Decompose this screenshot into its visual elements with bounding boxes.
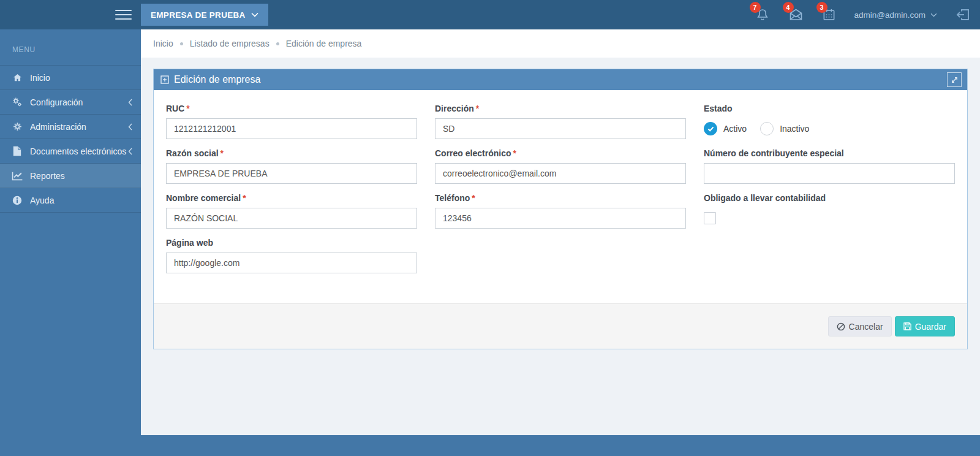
field-numero-contribuyente: Número de contribuyente especial [704, 148, 955, 184]
sidebar-item-documentos-electronicos[interactable]: Documentos electrónicos [0, 139, 141, 164]
razon-social-input[interactable] [166, 163, 417, 184]
chevron-left-icon [128, 99, 132, 106]
sidebar-menu: Inicio Configuración [0, 65, 141, 213]
radio-activo[interactable] [704, 122, 717, 135]
field-nombre-comercial: Nombre comercial* [166, 193, 417, 229]
field-direccion: Dirección* [435, 104, 686, 139]
ban-icon [837, 322, 845, 331]
numero-contribuyente-label: Número de contribuyente especial [704, 148, 844, 158]
telefono-input[interactable] [435, 208, 686, 229]
sidebar-item-ayuda[interactable]: Ayuda [0, 188, 141, 213]
notifications-menu[interactable]: 7 [755, 7, 770, 22]
radio-inactivo-label: Inactivo [780, 124, 809, 134]
sidebar-item-reportes[interactable]: Reportes [0, 164, 141, 188]
gears-icon [11, 97, 23, 107]
sidebar-item-administracion[interactable]: Administración [0, 115, 141, 139]
required-marker: * [243, 193, 246, 203]
field-telefono: Teléfono* [435, 193, 686, 229]
sidebar-item-label: Administración [30, 122, 86, 132]
pagina-web-label: Página web [166, 238, 213, 248]
breadcrumb: Inicio Listado de empresas Edición de em… [141, 29, 980, 58]
razon-social-label: Razón social [166, 148, 219, 158]
correo-electronico-label: Correo electrónico [435, 148, 511, 158]
sidebar: MENU Inicio Configuración [0, 29, 141, 456]
sidebar-menu-header: MENU [0, 29, 141, 65]
user-email: admin@admin.com [854, 10, 926, 20]
obligado-contabilidad-checkbox[interactable] [704, 212, 716, 224]
field-correo-electronico: Correo electrónico* [435, 148, 686, 184]
sidebar-item-configuracion[interactable]: Configuración [0, 90, 141, 115]
panel-title: Edición de empresa [174, 74, 260, 85]
expand-panel-button[interactable] [947, 72, 962, 87]
company-form: RUC* Dirección* Estado Activo [166, 104, 955, 283]
user-account-menu[interactable]: admin@admin.com [854, 10, 938, 20]
breadcrumb-separator [276, 42, 279, 45]
file-icon [11, 146, 23, 156]
telefono-label: Teléfono [435, 193, 470, 203]
navbar-right-section: 7 4 3 [755, 0, 972, 29]
company-selector-label: EMPRESA DE PRUEBA [151, 10, 246, 20]
save-icon [903, 322, 911, 330]
edit-company-panel: Edición de empresa RUC* [153, 69, 968, 349]
field-ruc: RUC* [166, 104, 417, 139]
radio-activo-label: Activo [723, 124, 747, 134]
top-navbar: EMPRESA DE PRUEBA 7 4 [0, 0, 980, 29]
messages-badge: 4 [783, 2, 794, 13]
panel-footer: Cancelar Guardar [154, 303, 967, 349]
plus-square-icon [160, 75, 169, 84]
info-icon [11, 196, 23, 205]
required-marker: * [472, 193, 475, 203]
correo-electronico-input[interactable] [435, 163, 686, 184]
panel-body: RUC* Dirección* Estado Activo [154, 90, 967, 303]
breadcrumb-item-inicio[interactable]: Inicio [153, 39, 173, 48]
obligado-contabilidad-label: Obligado a llevar contabilidad [704, 193, 826, 203]
content-wrapper: Inicio Listado de empresas Edición de em… [141, 29, 980, 435]
direccion-label: Dirección [435, 104, 474, 113]
breadcrumb-item-current: Edición de empresa [286, 39, 362, 48]
ruc-label: RUC [166, 104, 184, 113]
required-marker: * [221, 148, 224, 158]
sidebar-item-label: Inicio [30, 73, 50, 83]
chart-line-icon [11, 171, 23, 181]
expand-icon [951, 76, 959, 84]
breadcrumb-item-listado[interactable]: Listado de empresas [190, 39, 270, 48]
logout-button[interactable] [954, 6, 971, 23]
direccion-input[interactable] [435, 118, 686, 139]
field-razon-social: Razón social* [166, 148, 417, 184]
numero-contribuyente-input[interactable] [704, 163, 955, 184]
logout-icon [954, 6, 971, 23]
notifications-badge: 7 [750, 2, 761, 13]
chevron-down-icon [930, 13, 937, 17]
save-button[interactable]: Guardar [895, 316, 955, 336]
estado-radio-group: Activo Inactivo [704, 118, 955, 139]
pagina-web-input[interactable] [166, 253, 417, 273]
required-marker: * [513, 148, 516, 158]
nombre-comercial-label: Nombre comercial [166, 193, 241, 203]
breadcrumb-separator [180, 42, 183, 45]
sidebar-item-label: Documentos electrónicos [30, 146, 126, 156]
field-estado: Estado Activo Inactivo [704, 104, 955, 139]
home-icon [11, 73, 23, 83]
sidebar-item-inicio[interactable]: Inicio [0, 66, 141, 90]
field-obligado-contabilidad: Obligado a llevar contabilidad [704, 193, 955, 229]
chevron-left-icon [128, 148, 132, 155]
chevron-left-icon [128, 123, 132, 131]
hamburger-icon[interactable] [115, 8, 132, 21]
cancel-button[interactable]: Cancelar [828, 316, 892, 336]
radio-inactivo[interactable] [760, 122, 774, 135]
save-button-label: Guardar [915, 322, 946, 332]
nombre-comercial-input[interactable] [166, 208, 417, 229]
ruc-input[interactable] [166, 118, 417, 139]
sidebar-item-label: Reportes [30, 171, 65, 181]
required-marker: * [186, 104, 189, 113]
sidebar-item-label: Configuración [30, 97, 83, 107]
chevron-down-icon [251, 12, 258, 17]
gear-icon [11, 121, 23, 132]
field-pagina-web: Página web [166, 238, 417, 273]
messages-menu[interactable]: 4 [788, 7, 804, 22]
tasks-badge: 3 [816, 2, 827, 13]
sidebar-item-label: Ayuda [30, 196, 54, 205]
tasks-menu[interactable]: 3 [822, 7, 836, 22]
cancel-button-label: Cancelar [849, 322, 883, 332]
company-selector-button[interactable]: EMPRESA DE PRUEBA [141, 4, 268, 26]
